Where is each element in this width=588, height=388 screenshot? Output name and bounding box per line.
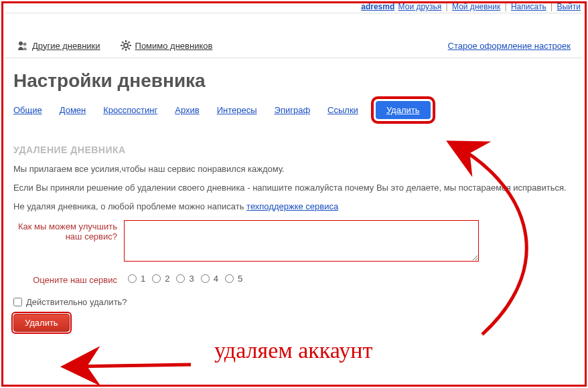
annotation-frame [1, 1, 587, 387]
tab-delete[interactable]: Удалить [376, 101, 431, 119]
delete-button[interactable]: Удалить [13, 314, 70, 332]
